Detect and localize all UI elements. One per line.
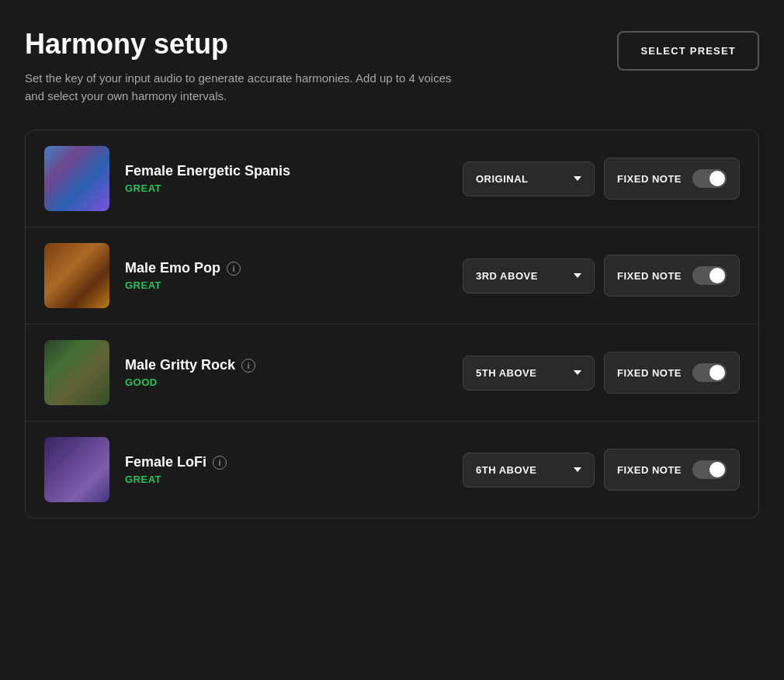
voice-thumbnail-male-gritty-rock	[44, 340, 109, 405]
interval-dropdown-female-energetic-spanish[interactable]: ORIGINAL	[463, 161, 595, 196]
voice-quality-female-energetic-spanish: GREAT	[125, 182, 447, 194]
fixed-note-control-female-energetic-spanish[interactable]: FIXED NOTE	[604, 158, 740, 199]
voice-row-female-lofi: Female LoFiiGREAT6TH ABOVEFIXED NOTE	[26, 422, 758, 518]
voices-container: Female Energetic SpanisGREATORIGINALFIXE…	[25, 130, 759, 519]
interval-dropdown-male-gritty-rock[interactable]: 5TH ABOVE	[463, 356, 595, 390]
header-text: Harmony setup Set the key of your input …	[25, 28, 460, 105]
interval-label-female-energetic-spanish: ORIGINAL	[476, 173, 529, 185]
info-icon-male-emo-pop[interactable]: i	[227, 262, 241, 276]
voice-info-male-gritty-rock: Male Gritty RockiGOOD	[125, 357, 447, 388]
voice-info-male-emo-pop: Male Emo PopiGREAT	[125, 260, 447, 291]
fixed-note-toggle-male-emo-pop[interactable]	[692, 266, 727, 285]
fixed-note-label-male-gritty-rock: FIXED NOTE	[617, 367, 682, 379]
fixed-note-control-female-lofi[interactable]: FIXED NOTE	[604, 449, 740, 491]
voice-thumbnail-male-emo-pop	[44, 243, 109, 308]
voice-name-female-lofi: Female LoFii	[125, 454, 447, 470]
info-icon-male-gritty-rock[interactable]: i	[241, 359, 255, 373]
fixed-note-toggle-female-lofi[interactable]	[692, 460, 727, 479]
select-preset-button[interactable]: SELECT PRESET	[617, 31, 759, 71]
interval-dropdown-female-lofi[interactable]: 6TH ABOVE	[463, 453, 595, 487]
voice-controls-male-gritty-rock: 5TH ABOVEFIXED NOTE	[463, 352, 740, 394]
voice-name-male-gritty-rock: Male Gritty Rocki	[125, 357, 447, 373]
chevron-down-icon-male-gritty-rock	[574, 370, 581, 375]
toggle-knob-male-gritty-rock	[709, 365, 725, 380]
interval-label-female-lofi: 6TH ABOVE	[476, 464, 536, 476]
chevron-down-icon-male-emo-pop	[574, 273, 581, 278]
page-header: Harmony setup Set the key of your input …	[25, 28, 759, 105]
page-title: Harmony setup	[25, 28, 460, 61]
voice-name-female-energetic-spanish: Female Energetic Spanis	[125, 163, 447, 179]
page-subtitle: Set the key of your input audio to gener…	[25, 70, 460, 105]
interval-label-male-emo-pop: 3RD ABOVE	[476, 270, 538, 282]
voice-info-female-lofi: Female LoFiiGREAT	[125, 454, 447, 485]
info-icon-female-lofi[interactable]: i	[213, 456, 227, 470]
interval-dropdown-male-emo-pop[interactable]: 3RD ABOVE	[463, 258, 595, 293]
voice-controls-female-energetic-spanish: ORIGINALFIXED NOTE	[463, 158, 740, 199]
voice-quality-male-emo-pop: GREAT	[125, 279, 447, 291]
toggle-knob-female-energetic-spanish	[709, 171, 725, 186]
voice-row-male-emo-pop: Male Emo PopiGREAT3RD ABOVEFIXED NOTE	[26, 227, 758, 324]
voice-controls-male-emo-pop: 3RD ABOVEFIXED NOTE	[463, 255, 740, 297]
fixed-note-label-female-lofi: FIXED NOTE	[617, 464, 682, 476]
voice-row-female-energetic-spanish: Female Energetic SpanisGREATORIGINALFIXE…	[26, 130, 758, 227]
fixed-note-control-male-emo-pop[interactable]: FIXED NOTE	[604, 255, 740, 297]
fixed-note-toggle-female-energetic-spanish[interactable]	[692, 169, 727, 188]
voice-thumbnail-female-lofi	[44, 437, 109, 502]
toggle-knob-male-emo-pop	[709, 268, 725, 283]
toggle-knob-female-lofi	[709, 462, 725, 477]
voice-quality-female-lofi: GREAT	[125, 474, 447, 485]
voice-thumbnail-female-energetic-spanish	[44, 146, 109, 211]
chevron-down-icon-female-lofi	[574, 467, 581, 472]
chevron-down-icon-female-energetic-spanish	[574, 176, 581, 181]
voice-quality-male-gritty-rock: GOOD	[125, 376, 447, 388]
fixed-note-toggle-male-gritty-rock[interactable]	[692, 363, 727, 382]
voice-row-male-gritty-rock: Male Gritty RockiGOOD5TH ABOVEFIXED NOTE	[26, 324, 758, 422]
voice-name-male-emo-pop: Male Emo Popi	[125, 260, 447, 276]
fixed-note-label-female-energetic-spanish: FIXED NOTE	[617, 173, 682, 185]
fixed-note-label-male-emo-pop: FIXED NOTE	[617, 270, 682, 282]
voice-info-female-energetic-spanish: Female Energetic SpanisGREAT	[125, 163, 447, 194]
fixed-note-control-male-gritty-rock[interactable]: FIXED NOTE	[604, 352, 740, 394]
voice-controls-female-lofi: 6TH ABOVEFIXED NOTE	[463, 449, 740, 491]
interval-label-male-gritty-rock: 5TH ABOVE	[476, 367, 536, 379]
